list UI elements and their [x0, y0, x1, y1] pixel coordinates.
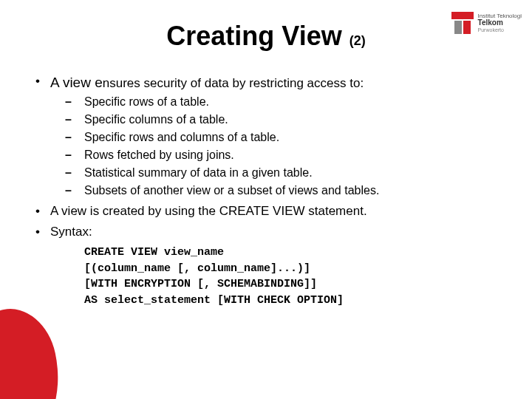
syntax-block: CREATE VIEW view_name [(column_name [, c…: [30, 245, 502, 309]
slide-title: Creating View (2): [30, 21, 502, 52]
sub-bullet-1: Specific rows of a table.: [84, 93, 502, 111]
sub-bullet-4: Rows fetched by using joins.: [84, 146, 502, 164]
sub-bullet-6: Subsets of another view or a subset of v…: [84, 182, 502, 200]
bullet-item-3: Syntax:: [50, 223, 502, 242]
sub-bullet-list: Specific rows of a table. Specific colum…: [50, 93, 502, 200]
sub-bullet-2: Specific columns of a table.: [84, 111, 502, 129]
sub-bullet-5: Statistical summary of data in a given t…: [84, 164, 502, 182]
slide-content: Creating View (2) A view ensures securit…: [0, 0, 532, 324]
syntax-line-3: [WITH ENCRYPTION [, SCHEMABINDING]]: [84, 278, 317, 290]
bullet-item-2: A view is created by using the CREATE VI…: [50, 202, 502, 221]
bullet-1-lead: A view e: [50, 75, 103, 90]
title-sub: (2): [349, 33, 366, 48]
bullet-1-rest: nsures security of data by restricting a…: [103, 76, 364, 90]
syntax-line-4: AS select_statement [WITH CHECK OPTION]: [84, 294, 344, 307]
sub-bullet-3: Specific rows and columns of a table.: [84, 129, 502, 146]
bullet-list: A view ensures security of data by restr…: [30, 72, 502, 242]
bullet-item-1: A view ensures security of data by restr…: [50, 72, 502, 200]
title-main: Creating View: [166, 21, 341, 51]
syntax-line-2: [(column_name [, column_name]...)]: [84, 262, 310, 275]
syntax-line-1: CREATE VIEW view_name: [84, 246, 224, 259]
